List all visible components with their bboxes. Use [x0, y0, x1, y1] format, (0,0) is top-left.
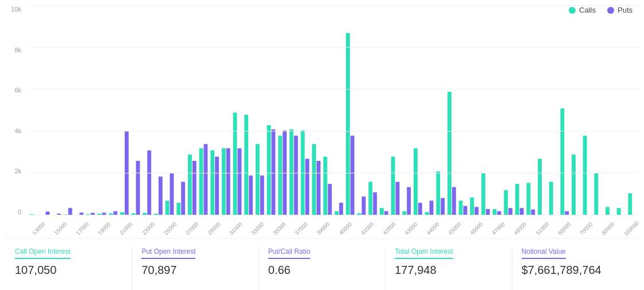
svg-rect-89 [538, 158, 542, 215]
svg-rect-63 [391, 157, 395, 215]
x-tick: 17000 [75, 221, 90, 236]
svg-rect-21 [154, 214, 158, 215]
y-label-2k: 2k [14, 168, 21, 175]
puts-label: Puts [618, 6, 633, 14]
x-tick: 27000 [184, 221, 199, 236]
gridline-0 [29, 215, 638, 215]
svg-rect-74 [452, 187, 456, 215]
svg-rect-40 [260, 176, 264, 215]
svg-rect-17 [132, 213, 136, 215]
x-tick: 35000 [272, 221, 287, 236]
svg-rect-36 [238, 148, 242, 215]
svg-rect-70 [430, 200, 434, 215]
svg-rect-51 [323, 157, 327, 215]
puts-dot [607, 7, 614, 14]
svg-rect-60 [373, 192, 377, 215]
notional-label: Notional Value [522, 248, 566, 259]
svg-rect-90 [549, 182, 553, 215]
svg-rect-29 [199, 148, 203, 215]
stat-notional: Notional Value $7,661,789,764 [512, 246, 638, 290]
svg-rect-16 [125, 132, 129, 215]
svg-rect-37 [244, 115, 248, 215]
svg-rect-64 [396, 182, 400, 215]
svg-rect-43 [278, 136, 282, 215]
svg-rect-68 [418, 203, 422, 215]
svg-rect-5 [64, 215, 68, 215]
svg-rect-38 [249, 176, 253, 215]
svg-rect-42 [271, 129, 275, 215]
svg-rect-71 [436, 171, 440, 215]
svg-rect-96 [606, 207, 610, 215]
svg-rect-1 [41, 215, 45, 215]
gridline-20 [29, 173, 638, 173]
svg-rect-45 [290, 129, 294, 215]
svg-rect-94 [583, 136, 587, 215]
svg-rect-75 [459, 200, 463, 215]
gridline-60 [29, 89, 638, 90]
pc-ratio-value: 0.66 [268, 264, 376, 277]
x-tick: 42000 [381, 221, 396, 236]
legend-calls: Calls [569, 6, 596, 14]
svg-rect-4 [57, 214, 61, 215]
svg-rect-52 [328, 184, 332, 215]
svg-rect-9 [86, 214, 90, 215]
svg-rect-46 [294, 136, 298, 215]
svg-rect-66 [407, 187, 411, 215]
x-tick: 39000 [315, 221, 330, 236]
svg-rect-55 [346, 33, 350, 215]
svg-rect-58 [362, 196, 366, 215]
svg-rect-2 [45, 211, 49, 215]
svg-rect-15 [120, 212, 124, 215]
svg-rect-72 [441, 198, 445, 215]
svg-rect-91 [560, 109, 564, 215]
svg-rect-12 [102, 212, 106, 215]
stat-put-oi: Put Open Interest 70,897 [132, 246, 259, 290]
svg-rect-27 [188, 154, 192, 215]
x-tick: 15000 [53, 221, 68, 236]
svg-rect-48 [305, 158, 309, 215]
call-oi-label: Call Open Interest [15, 248, 71, 259]
svg-rect-22 [159, 176, 163, 215]
svg-rect-24 [170, 173, 174, 215]
x-tick: 40000 [337, 221, 352, 236]
svg-rect-98 [628, 194, 632, 215]
svg-rect-3 [52, 215, 56, 215]
svg-rect-33 [222, 148, 226, 215]
svg-rect-31 [210, 150, 214, 215]
stat-call-oi: Call Open Interest 107,050 [6, 246, 132, 290]
x-tick: 47000 [491, 221, 506, 236]
svg-rect-56 [350, 136, 354, 215]
x-tick: 13000 [31, 221, 46, 236]
svg-rect-76 [463, 206, 467, 215]
x-tick: 21000 [118, 221, 133, 236]
svg-rect-0 [30, 214, 34, 215]
svg-rect-57 [357, 213, 361, 215]
y-label-0: 0 [18, 208, 21, 215]
x-tick: 70000 [579, 221, 593, 236]
svg-rect-25 [176, 203, 180, 215]
notional-value: $7,661,789,764 [522, 264, 629, 277]
x-tick: 60000 [556, 221, 571, 236]
svg-rect-69 [425, 212, 429, 215]
svg-rect-86 [520, 208, 524, 215]
x-tick: 37000 [294, 221, 308, 236]
svg-rect-10 [91, 213, 95, 215]
calls-label: Calls [579, 6, 596, 14]
chart-legend: Calls Puts [569, 6, 633, 14]
x-tick: 43000 [403, 221, 418, 236]
svg-rect-19 [142, 213, 146, 215]
pc-ratio-label: Put/Call Ratio [268, 248, 310, 259]
svg-rect-87 [526, 183, 530, 215]
gridlines [29, 6, 638, 215]
svg-rect-97 [617, 208, 621, 215]
y-label-8k: 8k [14, 47, 21, 53]
total-oi-label: Total Open Interest [395, 248, 453, 259]
svg-rect-53 [334, 211, 338, 215]
y-label-10k: 10k [11, 6, 21, 13]
y-label-6k: 6k [14, 87, 21, 94]
svg-rect-26 [181, 182, 185, 215]
svg-rect-11 [98, 214, 102, 215]
legend-puts: Puts [607, 6, 633, 14]
call-oi-value: 107,050 [15, 264, 122, 277]
svg-rect-85 [515, 184, 519, 215]
